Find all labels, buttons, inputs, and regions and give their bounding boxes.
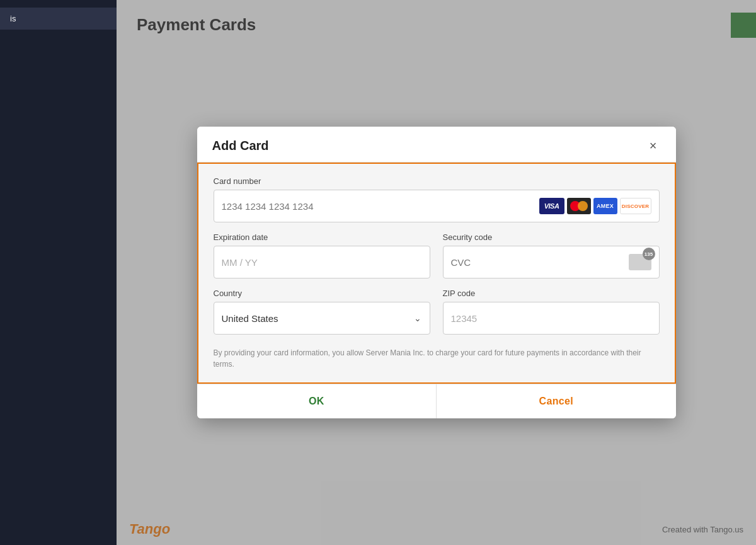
sidebar-item-active[interactable]: is xyxy=(0,8,117,30)
discover-icon: DISCOVER xyxy=(620,198,651,214)
zip-label: ZIP code xyxy=(443,289,660,298)
cancel-button[interactable]: Cancel xyxy=(437,384,676,418)
card-number-group: Card number VISA AMEX DISCOVER xyxy=(214,176,660,222)
country-label: Country xyxy=(214,289,430,298)
cvc-badge-number: 135 xyxy=(643,248,655,260)
main-content: Payment Cards Add Card × Card number VIS… xyxy=(117,0,756,545)
security-group: Security code 135 xyxy=(443,232,660,278)
card-number-label: Card number xyxy=(214,176,660,186)
sidebar: is xyxy=(0,0,117,545)
mastercard-icon xyxy=(567,198,591,214)
zip-input[interactable] xyxy=(443,302,660,335)
zip-group: ZIP code xyxy=(443,289,660,335)
expiration-group: Expiration date xyxy=(214,232,430,278)
expiry-security-row: Expiration date Security code 135 xyxy=(214,232,660,289)
modal-header: Add Card × xyxy=(197,127,676,163)
security-label: Security code xyxy=(443,232,660,242)
country-select[interactable]: United States Canada United Kingdom Aust… xyxy=(214,302,430,335)
sidebar-item-label: is xyxy=(10,14,16,23)
country-zip-row: Country United States Canada United King… xyxy=(214,289,660,345)
modal-overlay: Add Card × Card number VISA xyxy=(117,0,756,545)
card-number-input[interactable] xyxy=(222,201,539,212)
modal-footer: OK Cancel xyxy=(197,384,676,418)
add-card-modal: Add Card × Card number VISA xyxy=(197,127,676,418)
cvc-wrapper: 135 xyxy=(443,246,660,278)
expiration-label: Expiration date xyxy=(214,232,430,242)
modal-title: Add Card xyxy=(212,139,269,153)
expiration-input[interactable] xyxy=(214,246,430,278)
modal-body: Card number VISA AMEX DISCOVER xyxy=(197,163,676,384)
disclaimer-text: By providing your card information, you … xyxy=(214,347,660,370)
close-button[interactable]: × xyxy=(646,138,661,153)
cvc-icon: 135 xyxy=(629,254,651,270)
country-group: Country United States Canada United King… xyxy=(214,289,430,335)
ok-button[interactable]: OK xyxy=(197,384,437,418)
card-icons: VISA AMEX DISCOVER xyxy=(539,198,651,214)
visa-icon: VISA xyxy=(539,198,564,214)
country-select-wrapper: United States Canada United Kingdom Aust… xyxy=(214,302,430,335)
card-number-wrapper: VISA AMEX DISCOVER xyxy=(214,190,660,222)
cvc-input[interactable] xyxy=(451,257,629,268)
amex-icon: AMEX xyxy=(593,198,617,214)
